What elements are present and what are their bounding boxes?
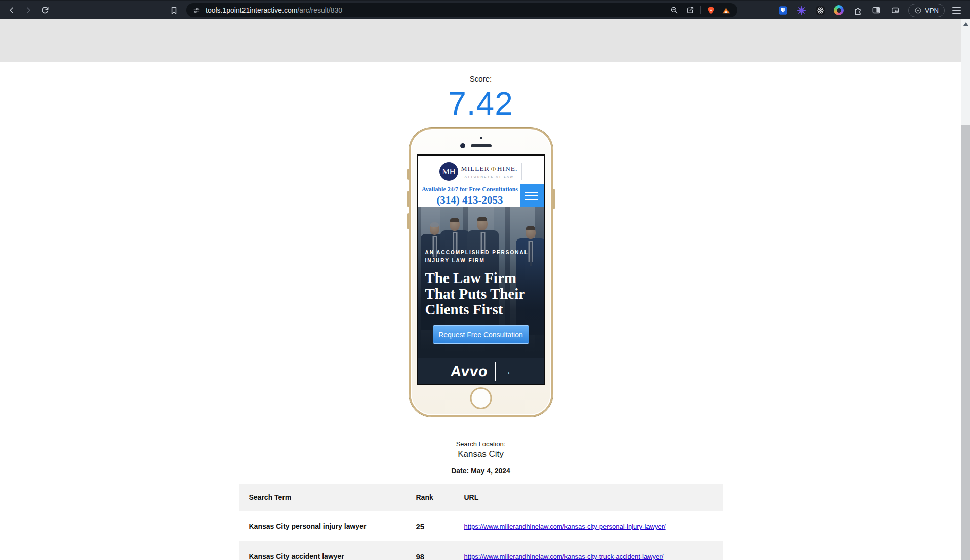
phone-screen-preview: MH MILLER xyxy=(417,154,545,385)
blue-shield-icon xyxy=(778,5,788,16)
logo-name-right: HINE. xyxy=(497,165,518,173)
table-row: Kansas City personal injury lawyer 25 ht… xyxy=(239,511,723,541)
phone-volume-down-button xyxy=(407,213,409,229)
phone-volume-up-button xyxy=(407,191,409,207)
hamburger-icon xyxy=(952,7,961,8)
url-bar[interactable]: tools.1point21interactive.com/arc/result… xyxy=(186,3,737,17)
site-settings-icon[interactable] xyxy=(192,6,201,15)
zoom-out-icon[interactable] xyxy=(670,6,679,15)
url-domain: tools.1point21interactive.com xyxy=(206,6,297,14)
chevron-left-icon xyxy=(7,5,17,15)
phone-sensor-dot xyxy=(480,137,482,139)
wallet-button[interactable] xyxy=(887,3,903,18)
divider xyxy=(495,362,496,381)
search-location-label: Search Location: xyxy=(0,440,961,448)
logo-subtitle: ATTORNEYS AT LAW xyxy=(461,175,518,178)
chevron-right-icon xyxy=(23,5,33,15)
share-icon[interactable] xyxy=(685,6,695,15)
avvo-logo: Avvo xyxy=(450,364,488,379)
phone-speaker xyxy=(471,144,492,147)
url-text: tools.1point21interactive.com/arc/result… xyxy=(206,6,342,14)
page-content: Score: 7.42 MH MILLER xyxy=(0,19,961,560)
phone-mockup: MH MILLER xyxy=(409,128,553,417)
rank-cell: 25 xyxy=(416,522,464,531)
wallet-icon xyxy=(890,5,900,15)
scrollbar-thumb[interactable] xyxy=(961,125,970,560)
url-path: /arc/result/830 xyxy=(297,6,342,14)
hero-title: The Law Firm That Puts Their Clients Fir… xyxy=(425,270,537,317)
brave-shields-icon[interactable] xyxy=(706,6,716,15)
avvo-footer-bar: Avvo → xyxy=(418,358,544,385)
hero-section: AN ACCOMPLISHED PERSONAL INJURY LAW FIRM… xyxy=(418,207,544,358)
col-header-rank: Rank xyxy=(416,493,464,501)
search-term-cell: Kansas City personal injury lawyer xyxy=(249,522,416,530)
table-row: Kansas City accident lawyer 98 https://w… xyxy=(239,541,723,560)
date-line: Date: May 4, 2024 xyxy=(0,467,961,475)
purple-starburst-icon xyxy=(796,5,807,16)
hero-eyebrow: AN ACCOMPLISHED PERSONAL INJURY LAW FIRM xyxy=(425,249,537,265)
page-header-band xyxy=(0,19,961,62)
col-header-search-term: Search Term xyxy=(249,493,416,501)
site-contact-block: Available 24/7 for Free Consultations (3… xyxy=(418,186,522,207)
vpn-button[interactable]: VPN xyxy=(908,4,945,17)
rank-results-table: Search Term Rank URL Kansas City persona… xyxy=(239,484,723,560)
atom-icon xyxy=(815,5,826,16)
bookmark-icon xyxy=(169,6,179,15)
logo-lockup: MILLER HINE. ATTORNEY xyxy=(455,163,522,180)
devtools-extension-button[interactable] xyxy=(813,3,828,18)
arrow-right-icon: → xyxy=(503,367,511,376)
phone-mute-switch xyxy=(407,169,409,180)
brave-rewards-bat-icon[interactable] xyxy=(721,6,731,15)
puzzle-piece-icon xyxy=(853,5,863,15)
result-url-link[interactable]: https://www.millerandhinelaw.com/kansas-… xyxy=(464,553,664,560)
sidebar-toggle-button[interactable] xyxy=(869,3,884,18)
vpn-status-icon xyxy=(914,7,922,14)
score-label: Score: xyxy=(0,74,961,83)
forward-button[interactable] xyxy=(20,3,36,18)
score-value: 7.42 xyxy=(0,88,961,120)
page-scrollbar[interactable] xyxy=(961,19,970,560)
color-donut-icon xyxy=(834,5,844,15)
logo-name-left: MILLER xyxy=(461,165,490,173)
sidebar-panel-icon xyxy=(871,5,881,15)
colorwheel-extension-button[interactable] xyxy=(831,3,846,18)
back-button[interactable] xyxy=(3,3,20,18)
site-logo: MH MILLER xyxy=(418,156,544,181)
availability-text: Available 24/7 for Free Consultations xyxy=(418,186,522,193)
app-menu-button[interactable] xyxy=(948,3,965,18)
search-location-value: Kansas City xyxy=(0,449,961,459)
result-url-link[interactable]: https://www.millerandhinelaw.com/kansas-… xyxy=(464,523,666,530)
starburst-extension-button[interactable] xyxy=(794,3,809,18)
reload-button[interactable] xyxy=(36,3,53,18)
bookmark-button[interactable] xyxy=(166,3,182,18)
rank-cell: 98 xyxy=(416,552,464,560)
extensions-menu-button[interactable] xyxy=(850,3,865,18)
password-manager-extension-button[interactable] xyxy=(775,3,790,18)
browser-toolbar: tools.1point21interactive.com/arc/result… xyxy=(0,0,970,19)
site-header: MH MILLER xyxy=(418,156,544,207)
request-consultation-button: Request Free Consultation xyxy=(433,325,529,344)
search-term-cell: Kansas City accident lawyer xyxy=(249,552,416,560)
site-hamburger-icon xyxy=(525,192,538,193)
logo-monogram: MH xyxy=(439,162,458,181)
hero-content: AN ACCOMPLISHED PERSONAL INJURY LAW FIRM… xyxy=(425,249,537,344)
scrollbar-up-arrow-icon[interactable] xyxy=(963,22,968,26)
col-header-url: URL xyxy=(464,493,723,501)
divider xyxy=(700,6,701,14)
reload-icon xyxy=(39,5,50,16)
phone-number-text: (314) 413-2053 xyxy=(418,194,522,207)
phone-camera xyxy=(460,143,465,148)
scales-icon xyxy=(491,166,496,172)
site-hamburger-button xyxy=(520,184,544,207)
phone-home-button xyxy=(470,387,492,409)
phone-power-button xyxy=(553,189,555,209)
table-header-row: Search Term Rank URL xyxy=(239,484,723,511)
vpn-label: VPN xyxy=(925,7,939,14)
